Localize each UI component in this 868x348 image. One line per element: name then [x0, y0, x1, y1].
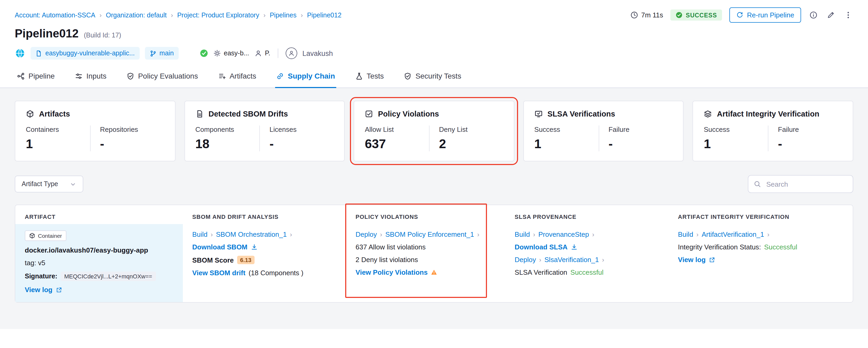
view-policy-violations-link[interactable]: View Policy Violations [355, 268, 428, 276]
provenance-step-link[interactable]: ProvenanceStep [538, 230, 589, 238]
allow-list-violations: 637 Allow list violations [355, 243, 496, 251]
breadcrumb-pipeline012[interactable]: Pipeline012 [307, 11, 342, 19]
monitor-check-icon [534, 110, 543, 118]
policy-stage-link[interactable]: Deploy [355, 230, 377, 238]
breadcrumb-pipelines[interactable]: Pipelines [270, 11, 297, 19]
edit-button[interactable] [826, 10, 836, 20]
artifact-type-select[interactable]: Artifact Type [15, 176, 84, 193]
breadcrumb-organization[interactable]: Organization: default [106, 11, 167, 19]
tab-policy-evaluations[interactable]: Policy Evaluations [125, 67, 199, 88]
pencil-icon [827, 11, 835, 19]
page-title: Pipeline012 [15, 27, 79, 40]
user-name: Lavakush [303, 49, 333, 57]
separator: › [696, 231, 699, 238]
column-header-sbom: SBOM AND DRIFT ANALYSIS [183, 205, 346, 224]
table-header-row: ARTIFACT SBOM AND DRIFT ANALYSIS POLICY … [15, 205, 853, 224]
view-sbom-drift-link[interactable]: View SBOM drift [192, 269, 246, 277]
metric: Failure - [768, 125, 842, 151]
layers-icon [704, 110, 712, 118]
rerun-pipeline-button[interactable]: Re-run Pipeline [730, 7, 801, 23]
trigger-info: easy-b... [213, 50, 249, 57]
policy-step-link[interactable]: SBOM Policy Enforcement_1 [385, 230, 474, 238]
person-icon [254, 50, 262, 57]
branch-chip[interactable]: main [145, 47, 178, 60]
slsa-deploy-stage-link[interactable]: Deploy [515, 256, 536, 264]
breadcrumb-project[interactable]: Project: Product Exploratory [177, 11, 259, 19]
tab-pipeline[interactable]: Pipeline [16, 67, 56, 88]
column-header-artifact: ARTIFACT [15, 205, 183, 224]
repo-icon [35, 50, 42, 57]
duration-text: 7m 11s [641, 11, 663, 19]
tab-label: Policy Evaluations [138, 72, 198, 80]
metric: Allow List 637 [365, 125, 429, 151]
integrity-stage-link[interactable]: Build [678, 230, 693, 238]
integrity-status-label: Integrity Verification Status: [678, 243, 761, 251]
tab-label: Artifacts [229, 72, 256, 80]
page-header: Account: Automation-SSCA › Organization:… [0, 0, 868, 60]
tab-artifacts[interactable]: Artifacts [217, 67, 257, 88]
divider [278, 49, 278, 58]
kebab-menu-icon [844, 11, 852, 19]
document-icon [195, 110, 204, 118]
view-log-link[interactable]: View log [25, 286, 53, 294]
git-branch-icon [149, 50, 156, 57]
signature-value: MEQCICde2Vjl...L+2+mqnOXw== [61, 271, 156, 281]
download-slsa-link[interactable]: Download SLSA [515, 243, 567, 251]
tab-tests[interactable]: Tests [354, 67, 385, 88]
signature-label: Signature: [25, 272, 57, 280]
column-header-policy-violations: POLICY VIOLATIONS [346, 205, 505, 224]
breadcrumb-separator: › [100, 11, 102, 19]
avatar-person-icon [288, 50, 294, 56]
metric-label: Allow List [365, 125, 429, 134]
info-button[interactable] [808, 10, 818, 20]
metric-value: 18 [195, 137, 259, 151]
card-title: Artifact Integrity Verification [717, 110, 819, 118]
metric-value: - [778, 137, 842, 151]
view-log-link[interactable]: View log [678, 256, 706, 264]
separator: › [380, 231, 382, 238]
metric: Success 1 [534, 125, 599, 151]
clock-icon [630, 11, 638, 19]
slsa-build-stage-link[interactable]: Build [515, 230, 530, 238]
search-icon [754, 180, 761, 188]
separator: › [477, 231, 479, 238]
metric-value: - [270, 137, 334, 151]
card-artifact-integrity-verification: Artifact Integrity Verification Success … [693, 101, 853, 161]
warning-icon [431, 269, 438, 276]
artifact-cell: Container docker.io/lavakush07/easy-bugg… [15, 224, 183, 302]
tab-supply-chain[interactable]: Supply Chain [275, 67, 336, 88]
metric-value: 1 [534, 137, 599, 151]
container-type-chip: Container [25, 230, 66, 241]
filter-row: Artifact Type [15, 175, 853, 193]
download-sbom-link[interactable]: Download SBOM [192, 243, 247, 251]
refresh-icon [737, 11, 743, 19]
artifact-tag: tag: v5 [25, 259, 174, 267]
metric-label: Containers [26, 125, 90, 134]
sbom-stage-link[interactable]: Build [192, 230, 208, 238]
external-link-icon [709, 257, 715, 263]
integrity-step-link[interactable]: ArtifactVerification_1 [702, 230, 764, 238]
artifacts-table: ARTIFACT SBOM AND DRIFT ANALYSIS POLICY … [15, 205, 853, 303]
external-link-icon [56, 287, 62, 293]
separator: › [592, 231, 594, 238]
card-title: Policy Violations [378, 110, 439, 118]
metric: Success 1 [704, 125, 768, 151]
shield-icon [404, 72, 412, 80]
more-options-button[interactable] [843, 10, 853, 20]
repo-name: easybuggy-vulnerable-applic... [45, 50, 135, 57]
slsa-verification-status: Successful [570, 268, 604, 276]
metric-label: Repositories [100, 125, 164, 134]
repo-chip[interactable]: easybuggy-vulnerable-applic... [31, 47, 140, 60]
search-input[interactable] [765, 179, 847, 188]
container-icon [29, 233, 35, 239]
metric-label: Components [195, 125, 259, 134]
tab-inputs[interactable]: Inputs [74, 67, 107, 88]
user-avatar[interactable] [286, 48, 297, 59]
breadcrumb-account[interactable]: Account: Automation-SSCA [15, 11, 95, 19]
tab-security-tests[interactable]: Security Tests [403, 67, 462, 88]
policy-violations-cell: Deploy › SBOM Policy Enforcement_1 › 637… [346, 224, 505, 302]
sbom-step-link[interactable]: SBOM Orchestration_1 [216, 230, 287, 238]
metric-value: 637 [365, 137, 429, 151]
trigger-success-icon [199, 49, 208, 57]
slsa-verification-step-link[interactable]: SlsaVerification_1 [545, 256, 599, 264]
